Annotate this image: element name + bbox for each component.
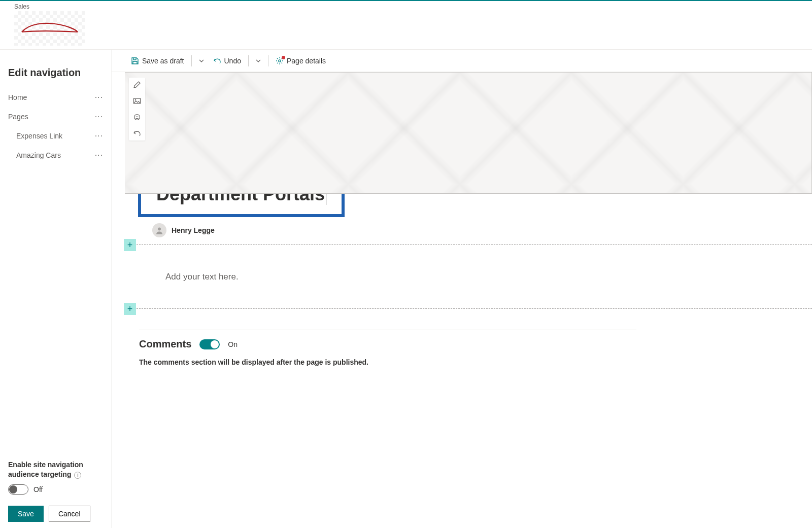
cancel-button[interactable]: Cancel <box>49 506 90 522</box>
reset-icon[interactable] <box>132 128 142 138</box>
nav-item-amazing-cars[interactable]: Amazing Cars ··· <box>8 146 106 165</box>
svg-rect-1 <box>134 98 141 103</box>
add-section-button[interactable]: + <box>124 303 136 315</box>
hero-banner[interactable] <box>125 72 812 194</box>
gear-icon <box>276 57 284 65</box>
add-section-button[interactable]: + <box>124 239 136 251</box>
svg-point-0 <box>279 59 281 61</box>
save-as-draft-button[interactable]: Save as draft <box>127 53 188 69</box>
cmd-label: Save as draft <box>142 57 184 65</box>
section-divider: + <box>124 244 812 257</box>
sidebar-title: Edit navigation <box>8 67 106 79</box>
author-name: Henry Legge <box>172 226 215 234</box>
undo-button[interactable]: Undo <box>209 53 245 69</box>
comments-toggle-state: On <box>228 340 238 348</box>
undo-chevron[interactable] <box>252 53 265 69</box>
svg-point-6 <box>158 228 161 231</box>
chevron-down-icon <box>199 58 204 63</box>
edit-icon[interactable] <box>132 80 142 90</box>
save-draft-chevron[interactable] <box>195 53 208 69</box>
save-button[interactable]: Save <box>8 506 44 522</box>
cmd-label: Page details <box>287 57 326 65</box>
nav-item-label: Home <box>8 93 92 101</box>
cmd-label: Undo <box>224 57 241 65</box>
svg-point-5 <box>138 116 139 117</box>
separator <box>191 55 192 66</box>
nav-item-home[interactable]: Home ··· <box>8 88 106 107</box>
audience-targeting-label: Enable site navigation audience targetin… <box>8 460 106 479</box>
separator <box>248 55 249 66</box>
audience-targeting-state: Off <box>33 485 43 494</box>
svg-point-3 <box>134 115 140 120</box>
hero-toolbar <box>129 78 145 140</box>
separator <box>268 55 268 66</box>
nav-item-pages[interactable]: Pages ··· <box>8 107 106 126</box>
page-editor: Save as draft Undo <box>112 50 812 528</box>
comments-heading: Comments <box>139 338 191 350</box>
comments-toggle[interactable] <box>199 339 220 349</box>
site-logo[interactable] <box>14 11 85 46</box>
nav-list: Home ··· Pages ··· Expenses Link ··· Ama… <box>8 88 106 460</box>
nav-item-label: Amazing Cars <box>8 151 92 159</box>
image-icon[interactable] <box>132 96 142 106</box>
comments-note: The comments section will be displayed a… <box>139 358 812 366</box>
chevron-down-icon <box>256 58 261 63</box>
undo-icon <box>213 57 221 65</box>
info-icon[interactable]: i <box>74 472 81 479</box>
text-webpart-placeholder[interactable]: Add your text here. <box>137 257 812 301</box>
page-details-button[interactable]: Page details <box>272 53 330 69</box>
edit-navigation-panel: Edit navigation Home ··· Pages ··· Expen… <box>0 50 112 528</box>
save-icon <box>131 57 139 65</box>
avatar-icon <box>152 223 166 237</box>
site-label: Sales <box>14 3 798 10</box>
nav-item-label: Pages <box>8 113 92 121</box>
command-bar: Save as draft Undo <box>112 50 812 72</box>
audience-targeting-toggle[interactable] <box>8 484 28 495</box>
canvas: Department Portals Henry Legge + Add you… <box>112 72 812 528</box>
svg-point-2 <box>135 99 136 100</box>
focal-point-icon[interactable] <box>132 112 142 122</box>
svg-point-4 <box>136 116 137 117</box>
car-logo-icon <box>19 21 80 36</box>
author-row[interactable]: Henry Legge <box>152 223 812 237</box>
nav-item-label: Expenses Link <box>8 132 92 140</box>
more-icon[interactable]: ··· <box>92 93 106 102</box>
more-icon[interactable]: ··· <box>92 151 106 160</box>
nav-item-expenses-link[interactable]: Expenses Link ··· <box>8 126 106 146</box>
more-icon[interactable]: ··· <box>92 112 106 121</box>
notification-dot <box>282 56 285 59</box>
section-divider: + <box>124 308 812 321</box>
site-header: Sales <box>0 1 812 50</box>
more-icon[interactable]: ··· <box>92 131 106 140</box>
